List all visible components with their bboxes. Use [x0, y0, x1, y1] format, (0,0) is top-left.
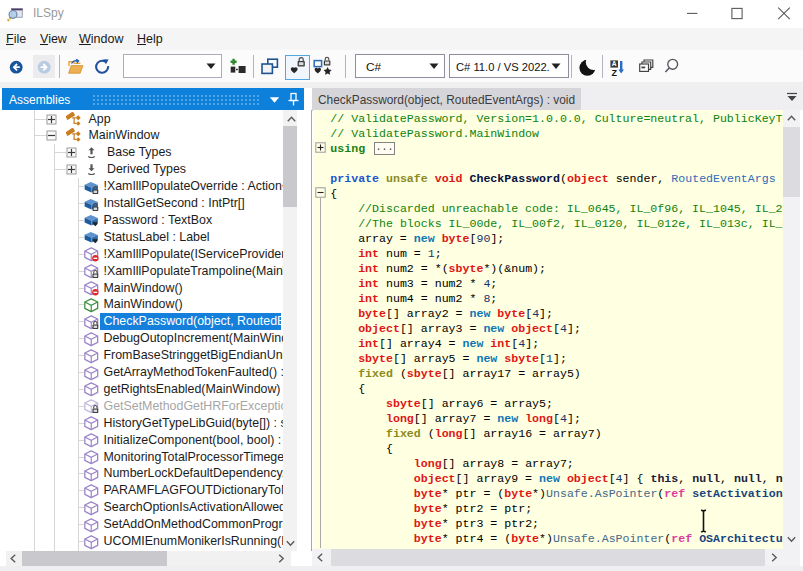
svg-text:A: A — [612, 60, 617, 67]
svg-text:Z: Z — [611, 68, 617, 77]
